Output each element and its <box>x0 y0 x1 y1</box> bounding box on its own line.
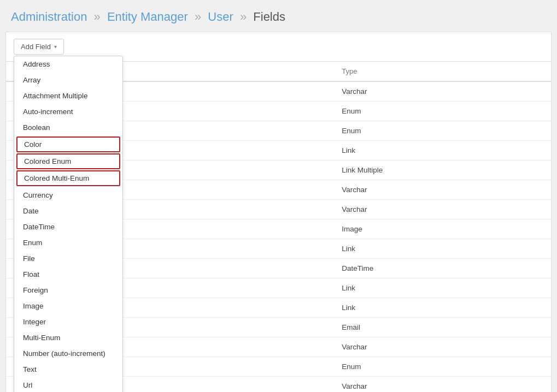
dropdown-item-url[interactable]: Url <box>14 377 122 392</box>
cell-type: Varchar <box>333 81 551 102</box>
dropdown-item-auto-increment[interactable]: Auto-increment <box>14 104 122 120</box>
dropdown-item-datetime[interactable]: DateTime <box>14 219 122 235</box>
dropdown-arrow-icon: ▾ <box>54 44 57 50</box>
breadcrumb-sep-3: » <box>240 10 247 23</box>
dropdown-item-date[interactable]: Date <box>14 203 122 219</box>
cell-type: Link <box>333 298 551 318</box>
dropdown-item-currency[interactable]: Currency <box>14 187 122 203</box>
breadcrumb-sep-2: » <box>195 10 201 23</box>
cell-type: Enum <box>333 102 551 121</box>
dropdown-item-attachment-multiple[interactable]: Attachment Multiple <box>14 88 122 104</box>
dropdown-item-colored-multi-enum[interactable]: Colored Multi-Enum <box>16 170 120 186</box>
cell-type: Varchar <box>333 337 551 357</box>
breadcrumb-administration[interactable]: Administration <box>11 10 87 23</box>
cell-type: Link <box>333 239 551 259</box>
cell-type: Email <box>333 318 551 337</box>
cell-type: Varchar <box>333 180 551 200</box>
main-content: Add Field ▾ AddressArrayAttachment Multi… <box>5 32 552 392</box>
dropdown-item-integer[interactable]: Integer <box>14 314 122 330</box>
dropdown-item-number-auto-increment[interactable]: Number (auto-increment) <box>14 346 122 361</box>
dropdown-item-enum[interactable]: Enum <box>14 235 122 251</box>
cell-type: Enum <box>333 121 551 141</box>
cell-type: Link Multiple <box>333 161 551 180</box>
cell-type: Link <box>333 278 551 298</box>
breadcrumb-sep-1: » <box>94 10 101 23</box>
dropdown-item-float[interactable]: Float <box>14 266 122 282</box>
breadcrumb-user[interactable]: User <box>208 10 233 23</box>
cell-type: DateTime <box>333 259 551 278</box>
dropdown-item-image[interactable]: Image <box>14 298 122 314</box>
dropdown-item-multi-enum[interactable]: Multi-Enum <box>14 330 122 346</box>
cell-type: Varchar <box>333 377 551 393</box>
cell-type: Varchar <box>333 200 551 219</box>
dropdown-item-color[interactable]: Color <box>16 136 120 152</box>
cell-type: Link <box>333 141 551 161</box>
dropdown-item-file[interactable]: File <box>14 251 122 266</box>
dropdown-item-address[interactable]: Address <box>14 56 122 72</box>
breadcrumb: Administration » Entity Manager » User »… <box>0 0 557 32</box>
toolbar-wrapper: Add Field ▾ AddressArrayAttachment Multi… <box>14 39 64 55</box>
dropdown-item-foreign[interactable]: Foreign <box>14 282 122 298</box>
breadcrumb-text: Administration » Entity Manager » User »… <box>11 10 285 23</box>
dropdown-menu: AddressArrayAttachment MultipleAuto-incr… <box>14 56 123 392</box>
dropdown-item-array[interactable]: Array <box>14 72 122 88</box>
add-field-label: Add Field <box>21 43 51 51</box>
add-field-button[interactable]: Add Field ▾ <box>14 39 64 55</box>
toolbar: Add Field ▾ AddressArrayAttachment Multi… <box>6 32 551 62</box>
page-wrapper: Administration » Entity Manager » User »… <box>0 0 557 392</box>
dropdown-item-text[interactable]: Text <box>14 361 122 377</box>
col-header-type: Type <box>333 62 551 81</box>
breadcrumb-fields: Fields <box>253 10 285 23</box>
dropdown-item-boolean[interactable]: Boolean <box>14 120 122 135</box>
cell-type: Enum <box>333 357 551 377</box>
breadcrumb-entity-manager[interactable]: Entity Manager <box>107 10 188 23</box>
dropdown-item-colored-enum[interactable]: Colored Enum <box>16 153 120 169</box>
cell-type: Image <box>333 219 551 239</box>
